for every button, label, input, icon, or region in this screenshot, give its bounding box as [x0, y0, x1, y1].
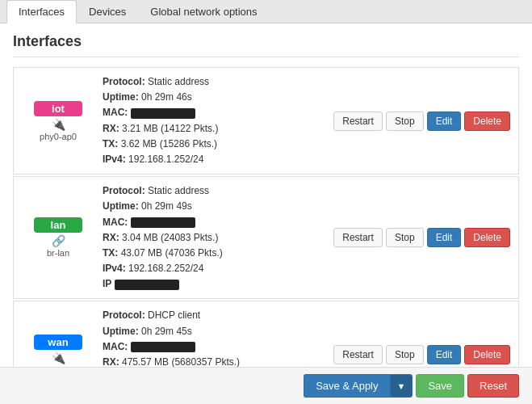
iface-sub-name-lan: br-lan	[47, 248, 69, 258]
iface-icon-lan: 🔗	[52, 234, 65, 247]
iface-protocol-iot: Static address	[148, 76, 209, 87]
stop-button-iot[interactable]: Stop	[386, 112, 424, 131]
iface-sub-name-iot: phy0-ap0	[40, 132, 77, 141]
iface-rx-wan: 475.57 MB (5680357 Pkts.)	[122, 356, 240, 368]
delete-button-iot[interactable]: Delete	[464, 112, 510, 131]
save-apply-group: Save & Apply ▼	[304, 374, 413, 398]
iface-badge-wan: wan	[34, 335, 82, 350]
iface-badge-wrap-lan: lan 🔗 br-lan	[22, 217, 94, 258]
save-button[interactable]: Save	[416, 374, 464, 398]
tx-label: TX:	[103, 138, 118, 149]
iface-protocol-wan: DHCP client	[148, 309, 200, 321]
iface-ipv4-extra-lan	[115, 280, 179, 290]
restart-button-iot[interactable]: Restart	[333, 112, 383, 131]
footer-bar: Save & Apply ▼ Save Reset	[0, 367, 532, 404]
interface-row-iot: iot 🔌 phy0-ap0 Protocol: Static address …	[13, 67, 519, 175]
iface-ipv4-iot: 192.168.1.252/24	[128, 154, 203, 165]
protocol-label: Protocol:	[103, 76, 145, 87]
iface-uptime-wan: 0h 29m 45s	[141, 326, 192, 337]
tab-global-network-options[interactable]: Global network options	[138, 0, 269, 23]
iface-mac-iot	[131, 108, 195, 119]
iface-mac-lan	[131, 217, 195, 228]
iface-rx-lan: 3.04 MB (24083 Pkts.)	[122, 232, 218, 243]
iface-protocol-lan: Static address	[148, 185, 209, 196]
restart-button-wan[interactable]: Restart	[333, 345, 383, 364]
uptime-label: Uptime:	[103, 91, 139, 103]
iface-tx-lan: 43.07 MB (47036 Pkts.)	[121, 247, 223, 259]
ipv4-label: IPv4:	[103, 154, 126, 165]
stop-button-wan[interactable]: Stop	[386, 345, 424, 364]
iface-uptime-lan: 0h 29m 49s	[141, 200, 192, 212]
interface-row-lan: lan 🔗 br-lan Protocol: Static address Up…	[13, 176, 519, 299]
iface-ipv4-lan: 192.168.2.252/24	[128, 263, 203, 274]
tab-devices[interactable]: Devices	[77, 0, 138, 23]
tabs-bar: Interfaces Devices Global network option…	[0, 0, 532, 23]
page-title: Interfaces	[13, 33, 519, 57]
delete-button-lan[interactable]: Delete	[464, 228, 510, 247]
iface-tx-iot: 3.62 MB (15286 Pkts.)	[121, 138, 217, 149]
iface-badge-lan: lan	[34, 217, 82, 233]
stop-button-lan[interactable]: Stop	[386, 228, 424, 247]
rx-label: RX:	[103, 123, 119, 134]
interface-list: iot 🔌 phy0-ap0 Protocol: Static address …	[13, 67, 519, 404]
iface-info-lan: Protocol: Static address Uptime: 0h 29m …	[103, 183, 325, 292]
iface-icon-iot: 🔌	[52, 118, 65, 131]
edit-button-lan[interactable]: Edit	[427, 228, 462, 247]
save-apply-dropdown-button[interactable]: ▼	[390, 374, 413, 398]
edit-button-wan[interactable]: Edit	[427, 345, 462, 364]
iface-uptime-iot: 0h 29m 46s	[141, 91, 192, 103]
iface-actions-wan: Restart Stop Edit Delete	[333, 345, 510, 364]
iface-icon-wan: 🔌	[52, 351, 65, 364]
iface-badge-iot: iot	[34, 101, 82, 116]
save-apply-button[interactable]: Save & Apply	[304, 374, 389, 398]
iface-badge-wrap-iot: iot 🔌 phy0-ap0	[22, 101, 94, 141]
iface-mac-wan	[131, 342, 195, 352]
iface-rx-iot: 3.21 MB (14122 Pkts.)	[122, 123, 218, 134]
iface-info-iot: Protocol: Static address Uptime: 0h 29m …	[103, 74, 325, 167]
restart-button-lan[interactable]: Restart	[333, 228, 383, 247]
iface-sub-lan: 🔗 br-lan	[47, 234, 69, 258]
reset-button[interactable]: Reset	[467, 374, 519, 398]
iface-actions-lan: Restart Stop Edit Delete	[333, 228, 510, 247]
mac-label: MAC:	[103, 107, 128, 118]
iface-actions-iot: Restart Stop Edit Delete	[333, 112, 510, 131]
iface-sub-iot: 🔌 phy0-ap0	[40, 118, 77, 141]
delete-button-wan[interactable]: Delete	[464, 345, 510, 364]
tab-interfaces[interactable]: Interfaces	[6, 0, 77, 23]
edit-button-iot[interactable]: Edit	[427, 112, 462, 131]
